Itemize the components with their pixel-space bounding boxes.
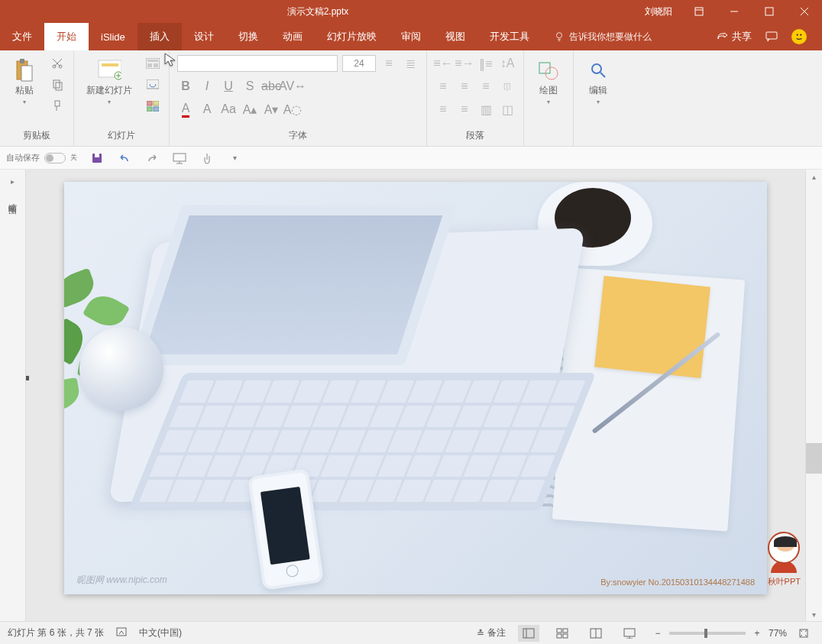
line-spacing-button[interactable]: ‖≡	[477, 55, 494, 72]
align-center-button[interactable]: ≡	[456, 78, 473, 95]
scroll-up-icon[interactable]: ▴	[806, 170, 822, 183]
zoom-slider[interactable]	[669, 632, 746, 635]
close-icon[interactable]	[787, 0, 822, 23]
shrink-font-button[interactable]: A▾	[263, 101, 280, 118]
save-button[interactable]	[89, 150, 105, 166]
slideshow-view-icon	[623, 628, 636, 639]
svg-rect-33	[154, 101, 159, 105]
distribute-button[interactable]: ≡	[456, 101, 473, 118]
feedback-smiley-icon[interactable]	[791, 29, 807, 44]
tab-slideshow[interactable]: 幻灯片放映	[315, 23, 389, 50]
tab-animation[interactable]: 动画	[270, 23, 315, 50]
normal-view-button[interactable]	[518, 625, 539, 642]
ribbon-options-icon[interactable]	[681, 0, 717, 23]
tab-home[interactable]: 开始	[44, 23, 89, 50]
present-icon	[173, 152, 186, 164]
accessibility-button[interactable]	[116, 626, 127, 639]
autosave-label: 自动保存	[6, 152, 40, 163]
clear-format-button[interactable]: A◌	[284, 101, 301, 118]
maximize-icon[interactable]	[752, 0, 787, 23]
tab-file[interactable]: 文件	[0, 23, 44, 50]
numbering-button[interactable]: ≣	[402, 55, 419, 72]
decrease-indent-button[interactable]: ≡←	[435, 55, 451, 72]
fit-window-button[interactable]	[793, 625, 814, 642]
notes-button[interactable]: ≛备注	[477, 626, 506, 639]
slideshow-view-button[interactable]	[619, 625, 640, 642]
slide[interactable]: 昵图网 www.nipic.com By:snowyier No.2015031…	[64, 182, 767, 594]
justify-button[interactable]: ≡	[435, 101, 451, 118]
bold-button[interactable]: B	[177, 78, 194, 95]
svg-rect-21	[55, 101, 60, 106]
tab-islide[interactable]: iSlide	[89, 23, 138, 50]
tab-design[interactable]: 设计	[182, 23, 226, 50]
undo-icon	[118, 152, 131, 164]
tab-view[interactable]: 视图	[433, 23, 477, 50]
format-painter-button[interactable]	[49, 98, 66, 115]
share-button[interactable]: 共享	[717, 30, 752, 44]
sorter-view-button[interactable]	[552, 625, 573, 642]
change-case-button[interactable]: Aa	[220, 101, 237, 118]
slideshow-start-button[interactable]	[172, 150, 187, 166]
svg-rect-51	[563, 634, 568, 638]
edit-label: 编辑	[589, 84, 607, 97]
columns-button[interactable]: ▥	[477, 101, 494, 118]
strike-button[interactable]: abc	[263, 78, 280, 95]
tab-transition[interactable]: 切换	[226, 23, 270, 50]
autosave-toggle[interactable]: 自动保存 关	[6, 152, 77, 163]
grow-font-button[interactable]: A▴	[241, 101, 258, 118]
draw-button[interactable]: 绘图 ▾	[532, 55, 565, 108]
zoom-percent[interactable]: 77%	[769, 628, 787, 639]
zoom-out-button[interactable]: −	[652, 628, 663, 639]
font-size-select[interactable]	[342, 55, 376, 72]
scrollbar-thumb[interactable]	[806, 443, 822, 474]
italic-button[interactable]: I	[199, 78, 215, 95]
increase-indent-button[interactable]: ≡→	[456, 55, 473, 72]
qat-customize-button[interactable]: ▾	[227, 150, 242, 166]
avatar[interactable]: 秋叶PPT	[768, 532, 801, 587]
comments-button[interactable]	[765, 31, 778, 43]
tell-me-hint[interactable]: 告诉我你想要做什么	[542, 31, 652, 44]
reset-button[interactable]	[144, 76, 161, 93]
ribbon-tabs: 文件 开始 iSlide 插入 设计 切换 动画 幻灯片放映 审阅 视图 开发工…	[0, 23, 822, 50]
layout-button[interactable]	[144, 55, 161, 72]
zoom-in-button[interactable]: +	[752, 628, 762, 639]
minimize-icon[interactable]	[717, 0, 752, 23]
touch-mode-button[interactable]	[199, 150, 215, 166]
section-button[interactable]	[144, 98, 161, 115]
align-text-button[interactable]: ⎅	[499, 78, 516, 95]
slide-counter[interactable]: 幻灯片 第 6 张，共 7 张	[8, 626, 104, 639]
align-left-button[interactable]: ≡	[435, 78, 451, 95]
copy-button[interactable]	[49, 76, 66, 93]
highlight-button[interactable]: A	[199, 101, 215, 118]
new-slide-button[interactable]: 新建幻灯片 ▾	[82, 55, 137, 108]
smartart-button[interactable]: ◫	[499, 101, 516, 118]
language-button[interactable]: 中文(中国)	[139, 626, 182, 639]
normal-view-icon	[523, 628, 535, 639]
slide-canvas[interactable]: 昵图网 www.nipic.com By:snowyier No.2015031…	[26, 170, 805, 621]
redo-button[interactable]	[144, 150, 160, 166]
edit-button[interactable]: 编辑 ▾	[581, 55, 615, 108]
tab-review[interactable]: 审阅	[389, 23, 433, 50]
align-right-button[interactable]: ≡	[477, 78, 494, 95]
paste-button[interactable]: 粘贴 ▾	[8, 55, 41, 108]
thumbnail-panel-collapsed[interactable]: ▸ 缩略图	[0, 170, 26, 621]
scroll-down-icon[interactable]: ▾	[806, 607, 822, 621]
paste-label: 粘贴	[15, 84, 34, 97]
cut-button[interactable]	[49, 55, 66, 72]
vertical-scrollbar[interactable]: ▴ ▾	[805, 170, 822, 621]
font-color-button[interactable]: A	[177, 101, 194, 118]
reading-view-button[interactable]	[585, 625, 607, 642]
user-name[interactable]: 刘晓阳	[636, 5, 681, 18]
svg-rect-28	[147, 60, 158, 62]
shadow-button[interactable]: S	[241, 78, 258, 95]
underline-button[interactable]: U	[220, 78, 237, 95]
text-direction-button[interactable]: ↕A	[499, 55, 516, 72]
undo-button[interactable]	[117, 150, 132, 166]
tab-devtools[interactable]: 开发工具	[477, 23, 542, 50]
font-family-select[interactable]	[177, 55, 338, 72]
tab-insert[interactable]: 插入	[138, 23, 182, 50]
slide-background-image: 昵图网 www.nipic.com By:snowyier No.2015031…	[64, 182, 767, 594]
char-spacing-button[interactable]: AV↔	[284, 78, 301, 95]
title-bar: 演示文稿2.pptx 刘晓阳	[0, 0, 822, 23]
bullets-button[interactable]: ≡	[380, 55, 397, 72]
